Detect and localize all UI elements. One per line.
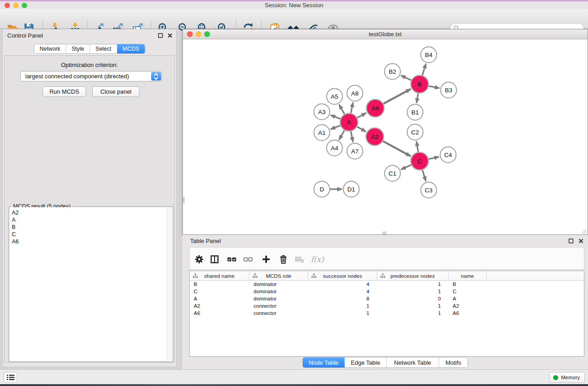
graph-node-A1[interactable]: A1: [314, 125, 330, 141]
canvas-vscroll-thumb[interactable]: [183, 197, 185, 203]
tab-select[interactable]: Select: [90, 44, 117, 53]
desktop-strip-bottom: [0, 384, 588, 386]
table-cell: 0: [377, 295, 449, 302]
dropdown-stepper: [151, 72, 161, 81]
tab-style[interactable]: Style: [66, 44, 90, 53]
graph-node-B4[interactable]: B4: [421, 47, 437, 63]
graph-node-A7[interactable]: A7: [347, 143, 363, 159]
mcds-result-list: A2ABCA6: [10, 207, 172, 361]
result-list-scrollbar[interactable]: [167, 207, 172, 361]
graph-node-label: A6: [372, 105, 379, 112]
graph-node-D[interactable]: D: [314, 181, 330, 197]
graph-node-A8[interactable]: A8: [347, 86, 363, 101]
deselect-all-rows-button[interactable]: [242, 253, 254, 265]
graph-edge-A-A6: [357, 113, 366, 118]
show-columns-button[interactable]: [209, 253, 220, 265]
graph-node-C4[interactable]: C4: [440, 147, 456, 163]
table-panel-title: Table Panel: [190, 238, 221, 244]
column-header-name[interactable]: name: [449, 271, 487, 281]
table-cell: A: [190, 295, 249, 302]
graph-node-C2[interactable]: C2: [407, 124, 423, 140]
graph-node-B2[interactable]: B2: [385, 64, 401, 80]
table-row[interactable]: A6connector11A6: [190, 310, 584, 317]
graph-node-D1[interactable]: D1: [344, 181, 359, 197]
graph-node-C3[interactable]: C3: [421, 182, 437, 198]
run-mcds-button[interactable]: Run MCDS: [43, 86, 86, 97]
graph-node-C1[interactable]: C1: [385, 166, 401, 181]
column-header-predecessor-nodes[interactable]: predecessor nodes: [377, 271, 449, 281]
graph-node-label: C3: [425, 187, 432, 194]
function-builder-button[interactable]: f(x): [308, 253, 326, 265]
graph-node-A2[interactable]: A2: [366, 128, 384, 146]
tab-mcds[interactable]: MCDS: [117, 44, 145, 53]
graph-node-B1[interactable]: B1: [407, 105, 423, 120]
network-canvas[interactable]: B4B2BB3A5A8A6A3AB1A1A2C2A4A7C4C1CDD1C3: [183, 39, 588, 234]
table-row[interactable]: Cdominator41C: [190, 288, 584, 295]
table-cell: 1: [308, 310, 377, 317]
graph-node-A[interactable]: A: [340, 114, 358, 131]
column-header-MCDS-role[interactable]: MCDS role: [249, 271, 308, 281]
graph-node-label: C4: [444, 152, 452, 158]
graph-node-C[interactable]: C: [411, 152, 429, 170]
tab-network[interactable]: Network: [34, 44, 66, 53]
table-cell: 1: [377, 281, 449, 288]
criterion-dropdown[interactable]: largest connected component (directed): [20, 71, 162, 81]
table-row[interactable]: Adominator80A: [190, 295, 584, 302]
resize-grip-icon[interactable]: [581, 228, 587, 234]
table-panel: Table Panel: [182, 235, 588, 369]
float-panel-icon[interactable]: [158, 33, 163, 38]
table-row[interactable]: A2connector11A2: [190, 302, 584, 310]
memory-button[interactable]: Memory: [549, 372, 585, 383]
result-list-item[interactable]: A6: [12, 238, 165, 245]
table-settings-button[interactable]: [193, 253, 205, 265]
graph-node-B3[interactable]: B3: [441, 82, 457, 98]
graph-node-B[interactable]: B: [411, 76, 429, 93]
graph-node-label: C2: [411, 129, 419, 136]
graph-edge-B-B1: [416, 93, 418, 103]
result-list-item[interactable]: C: [12, 231, 165, 238]
tab-network-table[interactable]: Network Table: [386, 357, 439, 367]
node-table-header: shared nameMCDS rolesuccessor nodesprede…: [190, 271, 584, 281]
column-label: predecessor nodes: [391, 273, 435, 279]
table-cell: B: [449, 281, 487, 288]
table-cell: 1: [377, 288, 449, 295]
canvas-hscroll-thumb[interactable]: [382, 232, 386, 234]
add-column-button[interactable]: [260, 253, 272, 265]
hierarchy-icon: [193, 273, 198, 278]
network-graph: B4B2BB3A5A8A6A3AB1A1A2C2A4A7C4C1CDD1C3: [183, 39, 588, 234]
graph-edge-C-C1: [401, 165, 411, 169]
result-list-item[interactable]: B: [12, 224, 165, 231]
close-panel-icon[interactable]: [167, 33, 172, 38]
graph-node-A3[interactable]: A3: [314, 104, 330, 120]
graph-node-A5[interactable]: A5: [327, 89, 343, 105]
column-header-shared-name[interactable]: shared name: [190, 271, 249, 281]
unchecked-boxes-icon: [244, 255, 253, 264]
columns-icon: [210, 255, 219, 264]
graph-node-A6[interactable]: A6: [367, 100, 384, 117]
table-cell: 1: [377, 302, 449, 310]
graph-node-label: C1: [388, 170, 396, 177]
graph-edge-C-C3: [422, 170, 426, 181]
close-panel-icon[interactable]: [578, 238, 583, 243]
column-header-successor-nodes[interactable]: successor nodes: [308, 271, 377, 281]
close-panel-button[interactable]: Close panel: [92, 86, 139, 97]
network-window-titlebar: testGlobe.txt: [183, 29, 588, 39]
delete-table-button[interactable]: [294, 253, 306, 265]
show-task-history-button[interactable]: [4, 372, 17, 383]
table-cell: 8: [308, 295, 377, 302]
tab-edge-table[interactable]: Edge Table: [344, 357, 386, 367]
result-list-item[interactable]: A2: [12, 209, 165, 216]
select-all-rows-button[interactable]: [226, 253, 238, 265]
tab-motifs[interactable]: Motifs: [439, 357, 468, 367]
table-cell: 1: [377, 310, 449, 317]
delete-column-button[interactable]: [277, 253, 289, 265]
control-panel-tabs: NetworkStyleSelectMCDS: [33, 44, 145, 54]
graph-node-A4[interactable]: A4: [327, 140, 343, 156]
result-list-item[interactable]: A: [12, 216, 165, 224]
column-label: name: [461, 273, 474, 279]
node-table: shared nameMCDS rolesuccessor nodesprede…: [189, 271, 584, 357]
table-cell: A: [449, 295, 487, 302]
float-panel-icon[interactable]: [569, 238, 574, 243]
tab-node-table[interactable]: Node Table: [303, 357, 344, 367]
table-row[interactable]: Bdominator41B: [190, 281, 584, 288]
